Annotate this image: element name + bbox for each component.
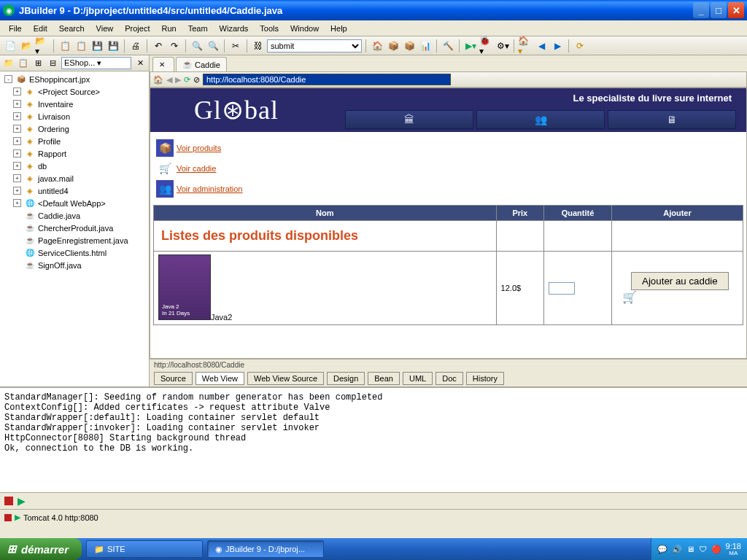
tree-item[interactable]: 🌐ServiceClients.html [1,246,147,259]
menu-run[interactable]: Run [155,23,182,34]
tree-item[interactable]: +🌐<Default WebApp> [1,197,147,209]
navstrip-2[interactable]: 👥 [476,110,605,129]
menu-edit[interactable]: Edit [28,23,53,34]
tray-icon[interactable]: 🖥 [686,545,694,553]
menu-window[interactable]: Window [285,23,325,34]
project-selector[interactable]: EShop... ▾ [61,57,131,69]
view-tab-history[interactable]: History [466,372,504,385]
web-link-anchor[interactable]: Voir administration [177,184,243,193]
tree-item[interactable]: ☕ChercherProduit.java [1,222,147,234]
nav3-icon[interactable]: 📦 [402,39,417,53]
tray-icon[interactable]: 🔴 [711,545,721,554]
run-icon[interactable]: ▶▾ [463,39,478,53]
refresh-icon[interactable]: ⟳ [573,39,587,53]
view-tab-doc[interactable]: Doc [436,372,463,385]
sidebar-icon2[interactable]: 📋 [18,58,29,69]
clock[interactable]: 9:18 MA [726,542,741,556]
build-icon[interactable]: 🔨 [441,39,455,53]
browser-home-icon[interactable]: 🏠 [153,75,163,85]
view-tab-web-view[interactable]: Web View [196,372,244,385]
web-link-anchor[interactable]: Voir caddie [177,164,216,173]
tree-item[interactable]: +◈Inventaire [1,98,147,110]
tree-item[interactable]: ☕SignOff.java [1,259,147,271]
play-button[interactable]: ▶ [18,495,26,507]
nav2-icon[interactable]: 📦 [386,39,400,53]
undo-icon[interactable]: ↶ [151,39,166,53]
tab-caddie[interactable]: ☕ Caddie [176,57,227,71]
close-button[interactable]: ✕ [728,2,744,18]
server-stop-icon[interactable] [4,514,12,521]
view-tab-bean[interactable]: Bean [368,372,400,385]
tree-item[interactable]: ☕Caddie.java [1,209,147,222]
find-icon[interactable]: 🔍 [190,39,204,53]
nav1-icon[interactable]: 🏠 [370,39,384,53]
run-target-icon[interactable]: ⛓ [251,39,266,53]
menu-project[interactable]: Project [119,23,155,34]
minimize-button[interactable]: _ [693,2,709,18]
menu-view[interactable]: View [90,23,120,34]
tree-item[interactable]: +◈Livraison [1,110,147,122]
tree-item[interactable]: +◈Ordering [1,122,147,135]
tree-item[interactable]: +◈javax.mail [1,172,147,184]
menu-tools[interactable]: Tools [254,23,285,34]
qty-input[interactable] [549,282,575,295]
navstrip-1[interactable]: 🏛 [345,110,473,129]
open-icon[interactable]: 📂 [19,39,34,53]
navstrip-3[interactable]: 🖥 [608,110,736,129]
run-config-combo[interactable]: submit [267,39,362,52]
tree-item[interactable]: +◈Profile [1,135,147,147]
menu-team[interactable]: Team [182,23,214,34]
sidebar-icon3[interactable]: ⊞ [32,58,44,69]
taskbar-task[interactable]: 📁SITE [86,540,203,558]
taskbar-task[interactable]: ◉JBuilder 9 - D:/jbproj... [207,540,324,558]
console-output[interactable]: StandardManager[]: Seeding of random num… [0,386,747,493]
replace-icon[interactable]: 🔍 [206,39,220,53]
fwd-icon[interactable]: ▶ [550,39,565,53]
debug-icon[interactable]: 🐞▾ [479,39,494,53]
view-tab-source[interactable]: Source [154,372,193,385]
tree-item[interactable]: +◈db [1,160,147,172]
browser-back-icon[interactable]: ◀ [166,75,172,85]
sidebar-icon4[interactable]: ⊟ [47,58,58,69]
tree-item[interactable]: +◈Rapport [1,147,147,160]
browser-fwd-icon[interactable]: ▶ [175,75,181,85]
stop-button[interactable] [4,497,13,505]
cut-icon[interactable]: ✂ [228,39,243,53]
tray-icon[interactable]: 💬 [657,545,667,554]
optimize-icon[interactable]: ⚙▾ [495,39,510,53]
tree-item[interactable]: ☕PageEnregistrement.java [1,234,147,246]
tray-icon[interactable]: 🔊 [672,545,682,554]
start-button[interactable]: ⊞ démarrer [0,538,82,560]
new-icon[interactable]: 📄 [3,39,18,53]
web-link-anchor[interactable]: Voir produits [177,144,221,152]
menu-wizards[interactable]: Wizards [214,23,255,34]
paste-icon[interactable]: 📋 [74,39,88,53]
project-tree[interactable]: -📦EShoppincart.jpx+◈<Project Source>+◈In… [0,71,149,386]
server-tab-label[interactable]: Tomcat 4.0 http:8080 [23,513,98,522]
print-icon[interactable]: 🖨 [128,39,143,53]
view-tab-design[interactable]: Design [327,372,365,385]
menu-help[interactable]: Help [325,23,353,34]
browser-reload-icon[interactable]: ⟳ [184,75,190,85]
save-icon[interactable]: 💾 [90,39,104,53]
tree-item[interactable]: +◈untitled4 [1,184,147,197]
sidebar-icon1[interactable]: 📁 [3,58,15,69]
browser-stop-icon[interactable]: ⊘ [193,75,200,85]
copy-icon[interactable]: 📋 [58,39,72,53]
tree-item[interactable]: -📦EShoppincart.jpx [1,73,147,85]
saveall-icon[interactable]: 💾 [106,39,120,53]
menu-search[interactable]: Search [53,23,90,34]
view-tab-uml[interactable]: UML [403,372,433,385]
nav4-icon[interactable]: 📊 [418,39,433,53]
redo-icon[interactable]: ↷ [167,39,182,53]
back-icon[interactable]: ◀ [534,39,549,53]
reopen-icon[interactable]: 📂▾ [35,39,50,53]
view-tab-web-view-source[interactable]: Web View Source [247,372,324,385]
tray-icon[interactable]: 🛡 [699,545,707,553]
tab-close[interactable]: ✕ [152,57,174,71]
add-to-cart-button[interactable]: Ajouter au caddie [631,272,729,290]
address-input[interactable] [203,74,451,85]
menu-file[interactable]: File [3,23,28,34]
system-tray[interactable]: 💬 🔊 🖥 🛡 🔴 9:18 MA [651,538,747,560]
maximize-button[interactable]: □ [711,2,727,18]
